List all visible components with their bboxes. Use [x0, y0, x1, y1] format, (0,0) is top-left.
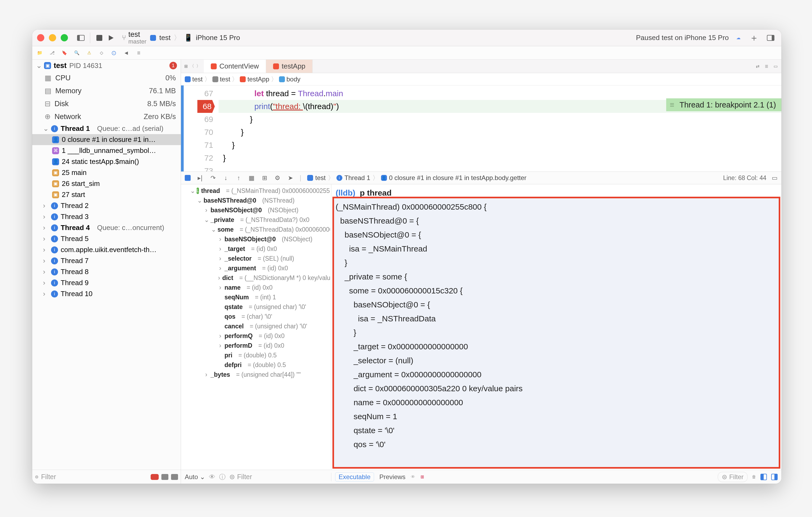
jump-bar[interactable]: test〉 test〉 testApp〉 body	[181, 73, 781, 85]
thread-row[interactable]: ›iThread 2	[32, 200, 181, 211]
thread-row[interactable]: ›iThread 4 Queue: c…oncurrent)	[32, 222, 181, 233]
add-tab-button[interactable]: ＋	[748, 32, 760, 44]
breakpoints-toggle[interactable]	[185, 175, 191, 181]
branch-icon: ⑂	[122, 34, 126, 42]
variables-view[interactable]: ⌄Lthread = (_NSMainThread) 0x00006000025…	[181, 184, 331, 470]
project-navigator-icon[interactable]: 📁	[35, 48, 45, 58]
navigator-filter-input[interactable]: Filter	[41, 473, 148, 481]
scheme-selector[interactable]: ⑂ test master	[122, 30, 146, 45]
breakpoint-banner[interactable]: Thread 1: breakpoint 2.1 (1)	[666, 98, 781, 111]
stack-frame-row[interactable]: 👤0 closure #1 in closure #1 in…	[32, 134, 181, 145]
close-window-button[interactable]	[37, 34, 44, 42]
filter-button-1[interactable]	[162, 474, 168, 480]
cpu-gauge[interactable]: ▦CPU0%	[32, 72, 181, 84]
stack-frame-row[interactable]: ▣25 main	[32, 167, 181, 178]
main-frame-icon: ▣	[52, 191, 59, 198]
executable-scope-button[interactable]: Executable	[335, 472, 374, 482]
bookmark-navigator-icon[interactable]: 🔖	[60, 48, 69, 58]
step-out-button[interactable]: ↑	[235, 174, 242, 182]
tab-testapp[interactable]: testApp	[266, 60, 313, 73]
svg-rect-2	[96, 35, 102, 41]
stack-frame-row[interactable]: 👤24 static testApp.$main()	[32, 156, 181, 167]
swift-icon	[240, 76, 246, 82]
zoom-window-button[interactable]	[61, 34, 68, 42]
editor-area: ⊞ 〈 〉 ContentView testApp ⇄ ≣ ▭ test〉 te…	[181, 60, 781, 484]
run-button[interactable]	[105, 32, 117, 44]
process-row[interactable]: ⌄ ▣ test PID 14631 1	[32, 60, 181, 72]
stack-frame-row[interactable]: ▣26 start_sim	[32, 178, 181, 189]
thread-row[interactable]: ›icom.apple.uikit.eventfetch-th…	[32, 244, 181, 255]
network-gauge[interactable]: ⊕NetworkZero KB/s	[32, 110, 181, 123]
tab-contentview[interactable]: ContentView	[204, 60, 266, 73]
thread-row[interactable]: ›iThread 5	[32, 233, 181, 244]
review-icon[interactable]: ⇄	[756, 64, 759, 69]
variables-scope-selector[interactable]: Auto ⌄	[185, 473, 205, 481]
user-frame-icon: 👤	[52, 136, 59, 143]
thread-row[interactable]: ›iThread 3	[32, 211, 181, 222]
filter-icon[interactable]: ⊜	[35, 474, 38, 480]
stack-frame-row[interactable]: ⌘1 ___lldb_unnamed_symbol…	[32, 145, 181, 156]
back-button[interactable]: 〈	[190, 63, 194, 69]
toggle-right-panel-button[interactable]	[765, 32, 777, 44]
debug-memory-button[interactable]: ⊞	[261, 174, 268, 182]
forward-button[interactable]: 〉	[196, 63, 201, 69]
memory-gauge[interactable]: ▤Memory76.1 MB	[32, 84, 181, 97]
system-frame-icon: ⌘	[52, 147, 59, 154]
thread-row[interactable]: ›iThread 7	[32, 255, 181, 266]
show-console-button[interactable]	[771, 474, 778, 480]
titlebar: ⑂ test master test 〉 📱 iPhone 15 Pro Pau…	[32, 30, 781, 46]
thread-row[interactable]: ›iThread 8	[32, 266, 181, 277]
simulate-location-button[interactable]: ➤	[287, 174, 294, 182]
debug-bar: ▸| ↷ ↓ ↑ ▦ ⊞ ⚙ ➤ | test〉 iThread 1〉 👤0 c…	[181, 171, 781, 184]
find-navigator-icon[interactable]: 🔍	[72, 48, 82, 58]
crashed-filter-icon[interactable]	[151, 474, 159, 480]
disk-gauge[interactable]: ⊟Disk8.5 MB/s	[32, 97, 181, 110]
project-icon	[185, 76, 191, 82]
thread-row[interactable]: ›iThread 9	[32, 277, 181, 288]
debug-jump-bar[interactable]: test〉 iThread 1〉 👤0 closure #1 in closur…	[307, 173, 527, 182]
report-navigator-icon[interactable]: ≣	[134, 48, 143, 58]
debug-navigator-icon[interactable]: ⨀	[109, 48, 119, 58]
continue-button[interactable]: ▸|	[197, 174, 204, 182]
code-content: let thread = Thread.main print("thread: …	[181, 85, 781, 164]
adjust-editor-icon[interactable]: ▭	[774, 64, 778, 69]
console-output: (_NSMainThread) 0x000060000255c800 { bas…	[336, 200, 777, 452]
minimize-window-button[interactable]	[49, 34, 56, 42]
step-into-button[interactable]: ↓	[222, 174, 229, 182]
info-icon[interactable]: ⓘ	[219, 473, 226, 481]
filter-button-2[interactable]	[171, 474, 178, 480]
stop-button[interactable]	[93, 32, 105, 44]
debug-footer: Auto ⌄ 👁 ⓘ ⊜ Filter Executable Previews …	[181, 470, 781, 484]
console-filter-input[interactable]: ⊜ Filter	[718, 472, 748, 482]
stack-frame-row[interactable]: ▣27 start	[32, 189, 181, 200]
variables-filter-input[interactable]: ⊜ Filter	[229, 473, 327, 481]
thread-row[interactable]: ›iThread 10	[32, 288, 181, 299]
debug-area: ⌄Lthread = (_NSMainThread) 0x00006000025…	[181, 184, 781, 470]
metadata-icon[interactable]: ⊞	[420, 474, 424, 480]
debug-view-hierarchy-button[interactable]: ▦	[248, 174, 255, 182]
build-status: Paused test on iPhone 15 Pro	[636, 34, 729, 42]
local-variable-icon: L	[197, 188, 199, 194]
source-editor[interactable]: 67 68 69 70 71 72 73 let thread = Thread…	[181, 85, 781, 171]
thread-row[interactable]: ⌄iThread 1 Queue: c…ad (serial)	[32, 123, 181, 134]
source-control-navigator-icon[interactable]: ⎇	[47, 48, 57, 58]
toggle-left-panel-button[interactable]	[75, 32, 87, 44]
trash-icon[interactable]: 🗑	[752, 474, 756, 480]
show-variables-button[interactable]	[760, 474, 767, 480]
breakpoint-navigator-icon[interactable]: ◀	[121, 48, 131, 58]
issue-navigator-icon[interactable]: ⚠︎	[84, 48, 94, 58]
eye-icon[interactable]: 👁	[209, 473, 215, 481]
console-view[interactable]: (lldb) p thread (_NSMainThread) 0x000060…	[331, 184, 781, 470]
previews-scope-button[interactable]: Previews	[379, 473, 405, 481]
eye-icon[interactable]: 👁	[411, 474, 415, 480]
minimap-icon[interactable]: ≣	[765, 64, 768, 69]
test-navigator-icon[interactable]: ◇	[97, 48, 106, 58]
related-items-icon[interactable]: ⊞	[184, 64, 188, 69]
run-destination[interactable]: test 〉 📱 iPhone 15 Pro	[146, 32, 244, 44]
breakpoint-marker[interactable]: 68	[197, 100, 215, 113]
environment-overrides-button[interactable]: ⚙	[274, 174, 281, 182]
step-over-button[interactable]: ↷	[209, 174, 216, 182]
navigator-footer: ⊜ Filter	[32, 470, 181, 484]
branch-name: master	[128, 38, 146, 45]
toggle-debug-area-button[interactable]: ▭	[772, 174, 778, 182]
